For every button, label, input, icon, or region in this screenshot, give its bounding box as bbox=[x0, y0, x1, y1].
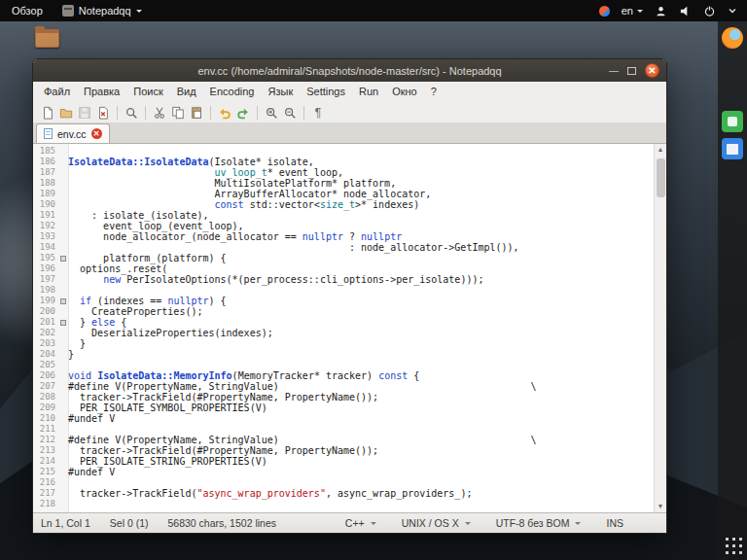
line-number: 191 bbox=[33, 210, 58, 221]
zoom-in-icon[interactable] bbox=[263, 104, 280, 122]
undo-icon[interactable] bbox=[216, 104, 233, 122]
menu-язык[interactable]: Язык bbox=[261, 82, 300, 102]
toolbar-separator bbox=[303, 106, 304, 120]
search-icon[interactable] bbox=[123, 104, 140, 122]
pilcrow-icon[interactable]: ¶ bbox=[309, 104, 327, 122]
marker-space bbox=[58, 306, 68, 317]
status-indicator-icon[interactable] bbox=[599, 6, 610, 17]
line-number: 210 bbox=[33, 413, 58, 424]
tab-label: env.cc bbox=[57, 128, 87, 140]
code-text: #define V(PropertyName, StringValue) \ bbox=[68, 435, 537, 445]
minimize-button[interactable]: — bbox=[609, 66, 619, 76]
maximize-button[interactable] bbox=[627, 67, 636, 75]
scrollbar-thumb[interactable] bbox=[657, 158, 665, 197]
marker-space bbox=[58, 231, 68, 242]
menu-encoding[interactable]: Encoding bbox=[203, 82, 262, 102]
power-icon[interactable] bbox=[703, 5, 716, 18]
code-line: 188 MultiIsolatePlatform* platform, bbox=[33, 178, 654, 189]
desktop-home-folder-icon[interactable] bbox=[35, 29, 59, 48]
chevron-down-icon[interactable] bbox=[728, 6, 737, 16]
menu-?[interactable]: ? bbox=[424, 82, 444, 102]
marker-space bbox=[58, 274, 68, 285]
menu-окно[interactable]: Окно bbox=[385, 82, 424, 102]
menu-settings[interactable]: Settings bbox=[300, 82, 352, 102]
open-folder-icon[interactable] bbox=[57, 104, 75, 122]
marker-space bbox=[58, 467, 68, 477]
code-text: event_loop_(event_loop), bbox=[68, 221, 244, 231]
files-icon[interactable] bbox=[722, 138, 743, 159]
code-text: platform_(platform) { bbox=[68, 253, 227, 263]
code-line: 218 bbox=[33, 499, 654, 509]
code-line: 207#define V(PropertyName, StringValue) … bbox=[33, 381, 654, 392]
volume-icon[interactable] bbox=[679, 5, 692, 18]
marker-space bbox=[58, 199, 68, 210]
insert-mode-indicator[interactable]: INS bbox=[606, 517, 623, 529]
code-line: 198 bbox=[33, 285, 654, 296]
active-app-menu[interactable]: Notepadqq bbox=[54, 0, 150, 21]
code-text: IsolateData::IsolateData(Isolate* isolat… bbox=[68, 157, 314, 167]
document-stats: 56830 chars, 1502 lines bbox=[167, 517, 276, 529]
menu-вид[interactable]: Вид bbox=[170, 82, 203, 102]
marker-space bbox=[58, 167, 68, 178]
marker-space bbox=[58, 392, 68, 402]
paste-icon[interactable] bbox=[188, 104, 205, 122]
marker-space bbox=[58, 499, 68, 509]
close-file-icon[interactable] bbox=[94, 104, 112, 122]
toolbar-separator bbox=[117, 106, 118, 120]
marker-space bbox=[58, 435, 68, 445]
close-button[interactable]: ✕ bbox=[645, 63, 659, 78]
cut-icon[interactable] bbox=[151, 104, 168, 122]
firefox-icon[interactable] bbox=[722, 27, 743, 49]
code-line: 209 PER_ISOLATE_SYMBOL_PROPERTIES(V) bbox=[33, 402, 654, 413]
line-number: 185 bbox=[33, 146, 58, 157]
code-text: } bbox=[68, 349, 74, 360]
chevron-down-icon bbox=[136, 10, 142, 16]
menu-правка[interactable]: Правка bbox=[77, 82, 126, 102]
line-number: 200 bbox=[33, 306, 58, 317]
marker-space bbox=[58, 477, 68, 488]
code-line: 217 tracker->TrackField("async_wrap_prov… bbox=[33, 488, 654, 499]
zoom-out-icon[interactable] bbox=[281, 104, 299, 122]
activities-button[interactable]: Обзор bbox=[0, 0, 54, 21]
code-line: 190 const std::vector<size_t>* indexes) bbox=[33, 199, 654, 210]
copy-icon[interactable] bbox=[169, 104, 187, 122]
code-text: tracker->TrackField(#PropertyName, Prope… bbox=[68, 445, 378, 456]
save-icon[interactable] bbox=[76, 104, 93, 122]
show-applications-icon[interactable] bbox=[723, 535, 742, 554]
menu-файл[interactable]: Файл bbox=[37, 82, 77, 102]
language-selector[interactable]: en bbox=[622, 5, 643, 17]
line-number: 218 bbox=[33, 499, 58, 509]
window-titlebar[interactable]: env.cc (/home/admiral/Snapshots/node-mas… bbox=[33, 59, 666, 82]
code-line: 187 uv_loop_t* event_loop, bbox=[33, 167, 654, 178]
marker-space bbox=[58, 178, 68, 189]
editor[interactable]: 185186IsolateData::IsolateData(Isolate* … bbox=[33, 144, 666, 512]
chevron-down-icon bbox=[371, 522, 376, 528]
language-mode-selector[interactable]: C++ bbox=[345, 517, 376, 529]
menu-run[interactable]: Run bbox=[352, 82, 385, 102]
code-area[interactable]: 185186IsolateData::IsolateData(Isolate* … bbox=[33, 144, 654, 512]
line-number: 196 bbox=[33, 263, 58, 274]
line-number: 212 bbox=[33, 435, 58, 445]
code-text: #undef V bbox=[68, 413, 115, 424]
line-number: 207 bbox=[33, 381, 58, 392]
scroll-down-icon[interactable]: ▼ bbox=[655, 501, 666, 512]
eol-selector[interactable]: UNIX / OS X bbox=[402, 517, 471, 529]
marker-space bbox=[58, 456, 68, 467]
toolbar-separator bbox=[257, 106, 258, 120]
new-file-icon[interactable] bbox=[39, 104, 56, 122]
encoding-selector[interactable]: UTF-8 без BOM bbox=[496, 517, 582, 529]
tab-bar: env.cc ✕ bbox=[33, 122, 666, 144]
tab-close-icon[interactable]: ✕ bbox=[91, 128, 102, 139]
vertical-scrollbar[interactable]: ▲ ▼ bbox=[654, 144, 666, 512]
user-icon[interactable] bbox=[655, 5, 667, 18]
tab-env-cc[interactable]: env.cc ✕ bbox=[36, 123, 110, 143]
scroll-up-icon[interactable]: ▲ bbox=[655, 144, 666, 156]
menu-поиск[interactable]: Поиск bbox=[126, 82, 169, 102]
redo-icon[interactable] bbox=[234, 104, 252, 122]
line-number: 195 bbox=[33, 253, 58, 263]
software-center-icon[interactable] bbox=[722, 111, 743, 132]
status-bar: Ln 1, Col 1 Sel 0 (1) 56830 chars, 1502 … bbox=[33, 512, 666, 533]
line-number: 198 bbox=[33, 285, 58, 296]
code-line: 200 CreateProperties(); bbox=[33, 306, 654, 317]
code-text: new PerIsolateOptions(*(per_process::cli… bbox=[68, 274, 483, 285]
